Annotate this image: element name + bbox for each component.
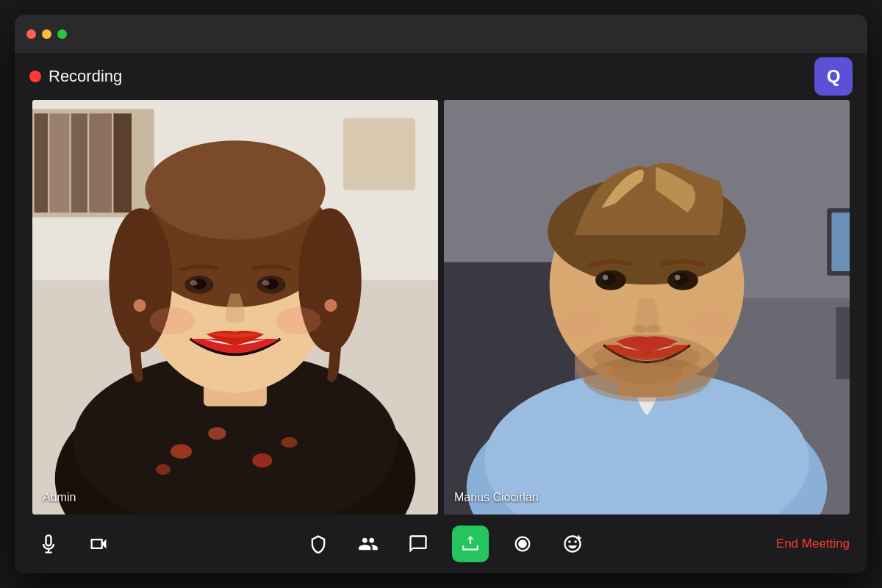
svg-rect-7 bbox=[89, 113, 112, 212]
svg-rect-8 bbox=[113, 113, 132, 212]
svg-point-55 bbox=[632, 324, 647, 333]
video-feed-admin bbox=[32, 100, 438, 514]
people-icon bbox=[358, 534, 379, 554]
svg-point-58 bbox=[686, 309, 737, 337]
participants-button[interactable] bbox=[352, 528, 384, 560]
svg-point-63 bbox=[518, 539, 527, 548]
app-icon[interactable]: Q bbox=[814, 57, 853, 96]
svg-point-57 bbox=[556, 309, 607, 337]
svg-point-28 bbox=[262, 280, 270, 285]
svg-point-22 bbox=[145, 140, 325, 240]
controls-left bbox=[32, 528, 115, 560]
svg-rect-4 bbox=[35, 113, 48, 212]
record-icon bbox=[512, 534, 533, 554]
controls-center bbox=[115, 526, 776, 562]
microphone-button[interactable] bbox=[32, 528, 65, 560]
woman-portrait bbox=[32, 100, 438, 514]
svg-rect-38 bbox=[831, 212, 850, 271]
svg-rect-5 bbox=[49, 113, 69, 212]
svg-point-13 bbox=[208, 427, 226, 440]
chat-icon bbox=[408, 534, 429, 554]
recording-dot bbox=[29, 71, 41, 82]
svg-point-16 bbox=[156, 464, 171, 475]
svg-point-61 bbox=[611, 356, 683, 384]
recording-label: Recording bbox=[49, 67, 122, 86]
svg-point-15 bbox=[282, 437, 298, 448]
emoji-icon bbox=[562, 534, 583, 554]
controls-right: End Meetting bbox=[776, 537, 850, 551]
svg-point-32 bbox=[324, 299, 337, 312]
svg-point-14 bbox=[252, 453, 272, 468]
svg-point-30 bbox=[276, 307, 320, 334]
minimize-button[interactable] bbox=[42, 29, 51, 39]
main-window: Recording Q bbox=[15, 15, 867, 573]
svg-point-53 bbox=[603, 275, 608, 280]
titlebar bbox=[15, 15, 867, 53]
svg-point-31 bbox=[133, 299, 146, 312]
share-screen-button[interactable] bbox=[452, 526, 489, 562]
chat-button[interactable] bbox=[402, 528, 434, 560]
end-meeting-button[interactable]: End Meetting bbox=[776, 537, 850, 551]
svg-rect-6 bbox=[71, 113, 87, 212]
recording-indicator: Recording bbox=[29, 67, 122, 86]
camera-button[interactable] bbox=[82, 528, 115, 560]
reactions-button[interactable] bbox=[556, 528, 589, 560]
video-tile-admin: Admin bbox=[32, 100, 438, 514]
traffic-lights bbox=[26, 29, 67, 39]
security-button[interactable] bbox=[302, 528, 334, 560]
camera-icon bbox=[88, 534, 109, 554]
share-screen-icon bbox=[461, 534, 480, 553]
svg-point-56 bbox=[647, 324, 662, 333]
participant-name-marius: Marius Ciocirlan bbox=[454, 491, 539, 504]
record-button[interactable] bbox=[506, 528, 539, 560]
microphone-icon bbox=[38, 534, 59, 554]
video-feed-marius bbox=[444, 100, 850, 514]
maximize-button[interactable] bbox=[57, 29, 67, 39]
svg-rect-41 bbox=[836, 307, 850, 379]
svg-point-54 bbox=[675, 275, 680, 280]
bottombar: End Meetting bbox=[15, 514, 867, 573]
topbar: Recording Q bbox=[15, 53, 867, 100]
svg-point-27 bbox=[190, 280, 198, 285]
video-area: Admin bbox=[15, 100, 867, 514]
svg-rect-9 bbox=[343, 118, 415, 190]
video-tile-marius: Marius Ciocirlan bbox=[444, 100, 850, 514]
man-portrait bbox=[444, 100, 850, 514]
svg-point-12 bbox=[171, 444, 192, 459]
participant-name-admin: Admin bbox=[43, 491, 76, 504]
shield-icon bbox=[308, 534, 329, 554]
svg-point-29 bbox=[150, 307, 195, 334]
close-button[interactable] bbox=[26, 29, 36, 39]
